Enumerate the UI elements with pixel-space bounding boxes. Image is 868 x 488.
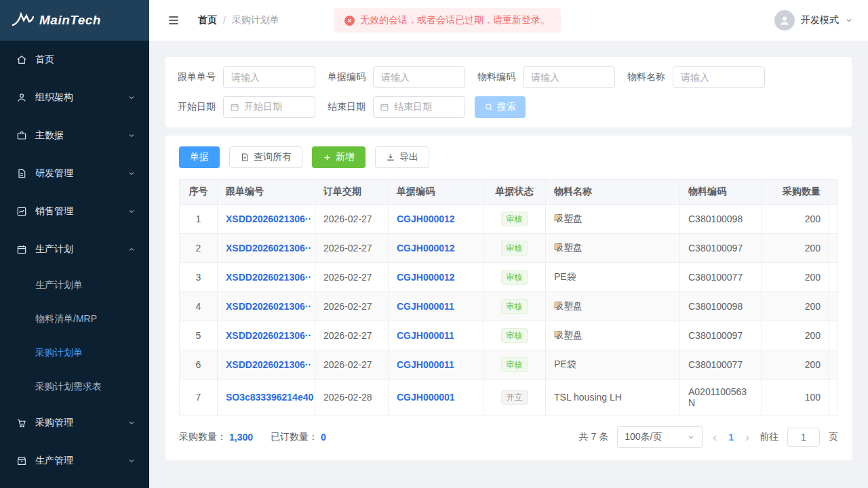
add-button-label: 新增 — [336, 151, 355, 163]
sales-icon — [16, 206, 27, 217]
header-extra — [829, 180, 838, 205]
order-no-link[interactable]: XSDD2026021306·· — [226, 330, 311, 341]
sidebar-item-rd[interactable]: 研发管理 — [0, 155, 149, 192]
cell-delivery-date: 2026-02-28 — [315, 380, 389, 415]
order-no-link[interactable]: SO3c833396214e40 — [226, 392, 313, 403]
chevron-down-icon — [127, 131, 136, 140]
sidebar-item-home[interactable]: 首页 — [0, 41, 149, 79]
cell-index: 7 — [180, 380, 218, 415]
sidebar-subitem-purchase-plan-order[interactable]: 采购计划单 — [0, 336, 149, 370]
add-button[interactable]: 新增 — [312, 146, 366, 168]
sidebar-item-purchasing[interactable]: 采购管理 — [0, 404, 149, 442]
sidebar-subitem-label: 物料清单/MRP — [35, 313, 97, 325]
doc-code-input[interactable] — [373, 66, 465, 88]
cell-delivery-date: 2026-02-27 — [315, 292, 389, 321]
cell-extra — [829, 292, 838, 321]
tracking-no-input[interactable] — [223, 66, 315, 88]
cell-status: 审核 — [484, 234, 546, 263]
prev-page-button[interactable]: ‹ — [711, 431, 718, 443]
doc-no-link[interactable]: CGJH000011 — [397, 330, 454, 341]
doc-no-link[interactable]: CGJH000011 — [397, 301, 454, 312]
header-qty: 采购数量 — [762, 180, 829, 205]
search-icon — [484, 102, 494, 112]
cell-extra — [829, 321, 838, 350]
chevron-down-icon — [845, 16, 853, 24]
material-code-input[interactable] — [523, 66, 615, 88]
chevron-up-icon — [127, 245, 136, 253]
goto-label: 前往 — [760, 431, 778, 443]
danju-button[interactable]: 单据 — [179, 146, 220, 168]
cell-index: 3 — [180, 263, 218, 292]
end-date-picker[interactable]: 结束日期 — [373, 96, 465, 118]
doc-no-link[interactable]: CGJH000012 — [397, 272, 455, 283]
danju-button-label: 单据 — [190, 151, 209, 163]
sidebar-subitem-bom-mrp[interactable]: 物料清单/MRP — [0, 302, 149, 336]
breadcrumb-current: 采购计划单 — [232, 14, 279, 26]
cell-doc-no: CGJH000011 — [389, 292, 484, 321]
order-no-link[interactable]: XSDD2026021306·· — [226, 214, 311, 224]
cell-material-name: 吸塑盘 — [546, 321, 680, 350]
alert-text: 无效的会话，或者会话已过期，请重新登录。 — [360, 14, 550, 26]
user-menu[interactable]: 开发模式 — [774, 10, 853, 30]
material-name-input[interactable] — [673, 66, 765, 88]
cell-qty: 200 — [762, 234, 829, 263]
order-no-link[interactable]: XSDD2026021306·· — [226, 301, 311, 312]
current-page[interactable]: 1 — [727, 432, 735, 443]
doc-no-link[interactable]: CGJH000001 — [397, 392, 455, 403]
sidebar-item-sales[interactable]: 销售管理 — [0, 192, 149, 230]
table-row: 6 XSDD2026021306·· 2026-02-27 CGJH000011… — [180, 350, 838, 380]
start-date-picker[interactable]: 开始日期 — [223, 96, 315, 118]
cell-delivery-date: 2026-02-27 — [315, 263, 389, 292]
cell-status: 开立 — [484, 380, 546, 415]
query-all-button-label: 查询所有 — [254, 151, 292, 163]
table-row: 1 XSDD2026021306·· 2026-02-27 CGJH000012… — [180, 205, 838, 234]
cell-index: 2 — [180, 234, 218, 263]
cell-doc-no: CGJH000011 — [389, 321, 484, 350]
table-footer: 采购数量： 1,300 已订数量： 0 共 7 条 100条/页 ‹ 1 › 前… — [179, 426, 838, 448]
master-data-icon — [16, 130, 27, 141]
breadcrumb-home[interactable]: 首页 — [198, 14, 217, 26]
user-mode-label: 开发模式 — [801, 14, 839, 26]
doc-no-link[interactable]: CGJH000011 — [397, 359, 454, 370]
sidebar-subitem-production-plan-order[interactable]: 生产计划单 — [0, 268, 149, 302]
chevron-down-icon — [127, 169, 136, 178]
cell-order-no: XSDD2026021306·· — [218, 205, 315, 234]
cell-status: 审核 — [484, 292, 546, 321]
plus-icon — [323, 153, 332, 162]
total-count: 共 7 条 — [579, 431, 609, 443]
cell-material-name: PE袋 — [546, 350, 680, 380]
filter-panel: 跟单单号 单据编码 物料编码 物料名称 开始日期 — [165, 57, 852, 127]
menu-collapse-icon[interactable] — [167, 14, 180, 27]
doc-no-link[interactable]: CGJH000012 — [397, 243, 455, 253]
main-area: 首页 / 采购计划单 无效的会话，或者会话已过期，请重新登录。 开发模式 跟 — [149, 0, 868, 488]
goto-page-input[interactable] — [787, 428, 820, 447]
export-button[interactable]: 导出 — [375, 146, 429, 168]
query-all-button[interactable]: 查询所有 — [229, 146, 302, 168]
next-page-button[interactable]: › — [744, 431, 751, 443]
sidebar-item-org[interactable]: 组织架构 — [0, 79, 149, 117]
sidebar-item-production-mgmt[interactable]: 生产管理 — [0, 442, 149, 480]
rd-icon — [16, 168, 27, 179]
cell-doc-no: CGJH000011 — [389, 350, 484, 380]
order-no-link[interactable]: XSDD2026021306·· — [226, 359, 311, 370]
sidebar-item-production-plan[interactable]: 生产计划 — [0, 230, 149, 268]
search-button[interactable]: 搜索 — [475, 96, 526, 118]
sidebar-subitem-purchase-plan-demand[interactable]: 采购计划需求表 — [0, 370, 149, 404]
order-no-link[interactable]: XSDD2026021306·· — [226, 243, 311, 253]
toolbar: 单据 查询所有 新增 导出 — [179, 146, 838, 168]
status-badge: 审核 — [501, 241, 528, 256]
cell-extra — [829, 350, 838, 380]
cell-material-name: PE袋 — [546, 263, 680, 292]
order-no-link[interactable]: XSDD2026021306·· — [226, 272, 311, 283]
status-badge: 审核 — [501, 270, 528, 285]
home-icon — [16, 54, 27, 65]
table-row: 7 SO3c833396214e40 2026-02-28 CGJH000001… — [180, 380, 838, 415]
cell-qty: 200 — [762, 321, 829, 350]
logo-text: MainTech — [39, 13, 101, 28]
sidebar-item-master-data[interactable]: 主数据 — [0, 117, 149, 155]
cell-order-no: XSDD2026021306·· — [218, 350, 315, 380]
doc-no-link[interactable]: CGJH000012 — [397, 214, 455, 224]
filter-label: 开始日期 — [174, 101, 216, 113]
header-order-no: 跟单编号 — [218, 180, 315, 205]
page-size-select[interactable]: 100条/页 — [617, 426, 703, 448]
